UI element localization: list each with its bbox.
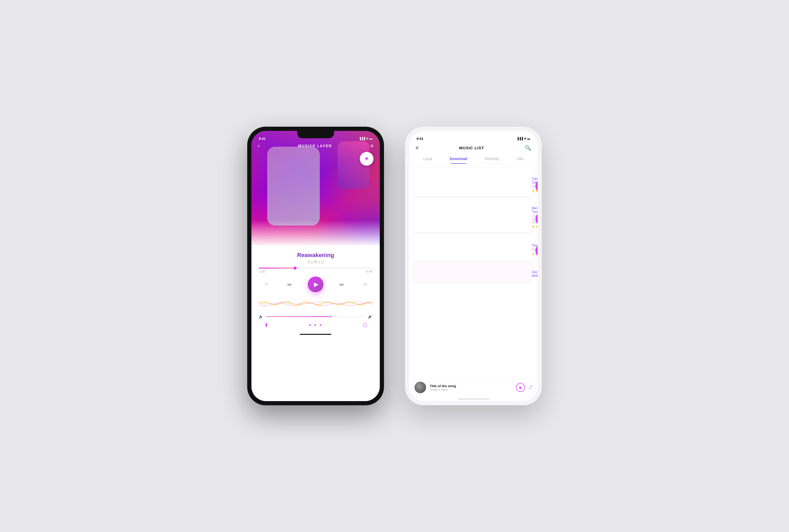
progress-thumb [294,267,297,270]
home-indicator-light [458,398,489,400]
volume-fill [266,316,331,317]
star-1: ★ [532,225,535,228]
wifi-icon-dark: ≋ [366,137,368,140]
player-panel: Reawakening 吾が舞えば 1:45 5:40 [252,247,380,401]
back-button[interactable]: ‹ [258,142,260,149]
volume-bar[interactable] [266,316,365,317]
signal-icon-dark: ▐▐▐ [359,137,365,140]
song-subtitle: 吾が舞えば [259,260,372,264]
song-actions-havana: ⋮ PLAY ▶ [535,173,537,192]
play-icon: ▶ [314,281,318,288]
song-card-wicked[interactable]: Wicked Wonderland Martin Tungevaag Club … [414,198,533,232]
progress-section: 1:45 5:40 [259,268,372,273]
song-card-monody[interactable]: Monody（Radio Edit） TheFatrat Bdbad0 ★ ★ … [414,234,533,260]
home-indicator-dark [300,334,331,335]
play-pill-wicked[interactable]: PLAY ▶ [535,213,537,225]
current-time: 1:45 [259,270,265,273]
queue-badge: 8 [531,385,532,388]
search-button[interactable]: 🔍 [525,145,531,151]
shuffle-button[interactable]: ⇌ [360,280,370,289]
upload-button[interactable]: ⬆ [264,322,269,328]
repeat-button[interactable]: ↺ [261,280,271,289]
song-title: Reawakening [259,252,372,259]
album-art-area: 9:41 ▐▐▐ ≋ ▬ ‹ MUSICP LAYER ≡ ♥ [252,131,380,247]
status-icons-light: ▐▐▐ ≋ ▬ [517,137,530,140]
mini-player: Title of the song Singer's name ▶ ♩8 [409,378,537,396]
mini-thumb [415,382,426,393]
volume-row: 🔈 🔊 [259,315,372,319]
volume-max-icon: 🔊 [368,315,372,319]
phone-dark: 9:41 ▐▐▐ ≋ ▬ ‹ MUSICP LAYER ≡ ♥ [247,127,384,405]
player-title: MUSICP LAYER [298,144,332,148]
main-container: 9:41 ▐▐▐ ≋ ▬ ‹ MUSICP LAYER ≡ ♥ [247,127,542,405]
notch-dark [297,131,334,138]
battery-icon-light: ▬ [527,137,530,140]
time-dark: 9:41 [259,137,265,140]
mini-play-button[interactable]: ▶ [516,383,525,392]
prev-button[interactable]: ⏮ [285,280,294,289]
star-2: ★ [535,225,537,228]
signal-icon-light: ▐▐▐ [517,137,523,140]
play-pill-monody[interactable]: PLAY ▶ [535,245,537,256]
song-card-havana[interactable]: HAVANA Havana（Remix） Camila Cabello Hava… [414,168,533,196]
wifi-icon-light: ≋ [524,137,526,140]
progress-bar[interactable] [259,268,372,269]
tabs-row: Local Download Recently Like [409,154,537,164]
tab-recently[interactable]: Recently [481,154,503,164]
play-button[interactable]: ▶ [308,277,324,292]
heart-button[interactable]: ♥ [360,152,373,166]
total-time: 5:40 [366,270,372,273]
menu-button[interactable]: ≡ [370,143,373,149]
controls-row: ↺ ⏮ ▶ ⏭ ⇌ [259,277,372,292]
tab-local[interactable]: Local [419,154,436,164]
volume-thumb [329,315,332,318]
song-actions-monody: ⋮ PLAY ▶ [535,238,537,256]
bottom-actions: ⬆ • • • ⬡ [259,322,372,328]
mini-info: Title of the song Singer's name [430,384,512,391]
mini-queue-button[interactable]: ♩8 [529,384,532,390]
mini-play-icon: ▶ [519,385,522,390]
status-bar-light: 9:41 ▐▐▐ ≋ ▬ [409,131,537,142]
mini-song-name: Title of the song [430,384,512,388]
battery-icon-dark: ▬ [369,137,372,140]
hamburger-button[interactable]: ≡ [416,145,419,151]
song-actions-wicked: ⋮ PLAY ▶ [535,206,537,225]
mini-controls: ▶ ♩8 [516,383,532,392]
music-list-title: MUSIC LIST [459,146,484,150]
phone-light: 9:41 ▐▐▐ ≋ ▬ ≡ MUSIC LIST 🔍 Local Downlo… [405,127,542,405]
time-light: 9:41 [417,137,423,140]
song-list: HAVANA Havana（Remix） Camila Cabello Hava… [409,164,537,378]
share-button[interactable]: ⬡ [363,322,367,328]
music-list-header: ≡ MUSIC LIST 🔍 [409,142,537,154]
progress-times: 1:45 5:40 [259,270,372,273]
song-card-sing[interactable]: Sing Me to Sleep Alan Walker [414,262,533,282]
progress-fill [259,268,295,269]
more-button[interactable]: • • • [309,322,322,328]
tab-download[interactable]: Download [445,154,472,164]
tab-like[interactable]: Like [513,154,528,164]
next-button[interactable]: ⏭ [337,280,347,289]
star-1: ★ [532,189,535,193]
volume-min-icon: 🔈 [259,315,263,319]
play-pill-havana[interactable]: PLAY ▶ [535,180,537,192]
waveform [259,296,372,311]
mini-artist: Singer's name [430,388,512,391]
star-1: ★ [532,252,535,256]
heart-icon: ♥ [365,155,368,162]
player-header: ‹ MUSICP LAYER ≡ [252,142,380,149]
